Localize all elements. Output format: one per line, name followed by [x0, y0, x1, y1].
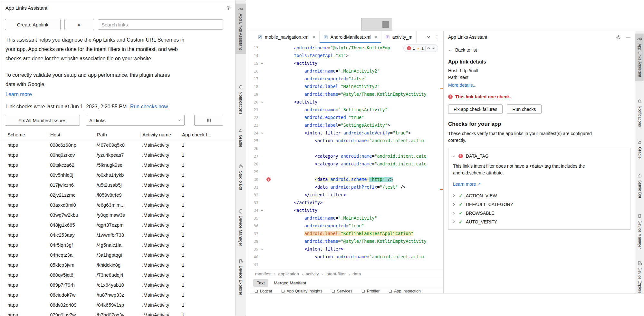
fix-all-manifest-issues-button[interactable]: Fix All Manifest Issues [5, 115, 80, 126]
back-to-list-label: Back to list [455, 47, 477, 53]
table-row[interactable]: https060qv5jct6/73ne8udqj4.MainActivity1 [0, 270, 246, 280]
minimize-icon[interactable]: — [626, 35, 630, 40]
breadcrumb-item[interactable]: manifest [255, 272, 272, 276]
back-to-list-link[interactable]: ← Back to list [448, 47, 477, 53]
run-checks-button[interactable]: Run checks [507, 104, 541, 114]
tool-strip-item-device-manager[interactable]: Device Manager [635, 211, 644, 252]
column-header-path[interactable]: Path [95, 132, 140, 138]
line-number: 26 [250, 145, 258, 153]
learn-more-link[interactable]: Learn more↗ [453, 182, 481, 187]
chevron-right-icon[interactable] [452, 194, 456, 197]
table-row[interactable]: https069p7r79rh/c1x64yab10.MainActivity1 [0, 280, 246, 290]
fold-chevron-icon[interactable] [261, 248, 264, 251]
fold-chevron-icon[interactable] [261, 132, 264, 134]
fold-chevron-icon[interactable] [261, 101, 264, 104]
tool-strip-item-app-links-assistant[interactable]: App Links Assistant [235, 4, 246, 54]
column-header-scheme[interactable]: Scheme [7, 132, 48, 138]
prev-issue-chevron-icon[interactable] [427, 46, 430, 51]
check-row-default-category[interactable]: ✓DEFAULT_CATEGORY [452, 200, 626, 209]
window-title: App Links Assistant [5, 5, 47, 11]
bottom-tab-text[interactable]: Text [253, 279, 268, 287]
table-row[interactable]: https05kfcp3jvm/khidckix8g.MainActivity1 [0, 260, 246, 270]
bottom-bar-item-logcat[interactable]: Logcat [255, 289, 272, 293]
table-row[interactable]: https04ic253aay/1wwnfbr738.MainActivity1 [0, 230, 246, 240]
table-row[interactable]: https00v5hhld0j/o0xhs14ykb.MainActivity1 [0, 170, 246, 180]
app-links-icon [637, 37, 642, 42]
editor-tab-androidmanifest-xml[interactable]: AndroidManifest.xml× [320, 31, 381, 43]
chevron-right-icon[interactable] [452, 203, 456, 206]
chevron-right-icon[interactable] [452, 220, 456, 223]
table-row[interactable]: https017jwlxzn6/u5t2usab5j.MainActivity1 [0, 180, 246, 190]
code-editor[interactable]: ! 1 ▲ 1 13 android:theme="@style/Theme.K… [250, 43, 443, 270]
gear-icon[interactable] [226, 5, 231, 10]
tool-strip-item-device-explorer[interactable]: Device Explorer [635, 258, 644, 293]
table-row[interactable]: https00hq9zrkqv/yzu4kpeas7.MainActivity1 [0, 150, 246, 160]
check-row-data-tag[interactable]: !DATA_TAG [452, 152, 626, 160]
search-links-input[interactable] [98, 19, 223, 30]
chevron-right-icon[interactable] [452, 212, 456, 215]
breadcrumb-item[interactable]: activity [306, 272, 319, 276]
check-row-browsable[interactable]: ✓BROWSABLE [452, 209, 626, 217]
column-header-app-check-f[interactable]: App check f... [180, 132, 225, 138]
create-applink-button[interactable]: Create Applink [5, 19, 61, 30]
tool-strip-label: Gradle [238, 135, 243, 147]
run-checks-now-link[interactable]: Run checks now [130, 104, 168, 109]
table-row[interactable]: https00tskcza62/5lknugk9se.MainActivity1 [0, 160, 246, 170]
table-row[interactable]: https06ciudok7w/tu87hwp33z.MainActivity1 [0, 290, 246, 300]
bottom-bar-item-services[interactable]: Services [332, 289, 352, 293]
links-filter-dropdown[interactable]: All links [86, 115, 185, 126]
tool-strip-item-device-explorer[interactable]: Device Explorer [235, 256, 246, 299]
tool-strip-item-studio-bot[interactable]: Studio Bot [235, 161, 246, 194]
table-row[interactable]: https04rtcqtz3a/3a1hgptqgi.MainActivity1 [0, 250, 246, 260]
check-passed-icon: ✓ [458, 202, 463, 207]
more-options-icon[interactable]: ⋮ [435, 34, 439, 40]
close-icon[interactable]: × [313, 35, 315, 40]
run-link-checks-button[interactable]: ▶ [64, 19, 94, 30]
tool-strip-item-gradle[interactable]: Gradle [235, 125, 246, 151]
editor-tab-activity-m[interactable]: activity_m [381, 31, 417, 43]
table-row[interactable]: https079g9luv7w/h7bd07ox3y.MainActivity1 [0, 310, 246, 316]
table-row[interactable]: https04r5lqn3gf/4g5nalc1la.MainActivity1 [0, 240, 246, 250]
next-issue-chevron-icon[interactable] [432, 46, 435, 51]
check-row-action-view[interactable]: ✓ACTION_VIEW [452, 191, 626, 200]
table-row[interactable]: https03axxd3mi0/e6g63mim....MainActivity… [0, 200, 246, 210]
editor-tab-mobile-navigation-xml[interactable]: mobile_navigation.xml× [254, 31, 320, 43]
configure-columns-button[interactable] [194, 115, 223, 126]
gear-icon[interactable] [616, 35, 621, 40]
chevron-down-icon [178, 119, 181, 122]
chevron-down-icon[interactable] [452, 154, 456, 158]
bottom-bar-item-app-quality-insights[interactable]: App Quality Insights [281, 289, 322, 293]
tool-strip-item-notifications[interactable]: Notifications [235, 82, 246, 118]
hidden-tabs-chevron-icon[interactable] [427, 34, 430, 40]
host-value: Host: http://null [448, 67, 630, 74]
tool-strip-item-app-links-assistant[interactable]: App Links Assistant [635, 34, 644, 81]
column-header-activity-name[interactable]: Activity name [140, 132, 180, 138]
fold-chevron-icon[interactable] [261, 62, 264, 65]
tool-strip-label: App Links Assistant [238, 14, 243, 50]
fold-chevron-icon[interactable] [261, 209, 264, 212]
breadcrumb-item[interactable]: intent-filter [325, 272, 346, 276]
table-row[interactable]: https048jg1x665/qgrt37ezpm.MainActivity1 [0, 220, 246, 230]
check-row-auto-verify[interactable]: ✓AUTO_VERIFY [452, 217, 626, 226]
fix-app-check-failures-button[interactable]: Fix app check failures [448, 104, 503, 114]
table-row[interactable]: https02jv21zzmc/l059v8t4e9.MainActivity1 [0, 190, 246, 200]
bottom-bar-item-profiler[interactable]: Profiler [361, 289, 380, 293]
breadcrumb-item[interactable]: application [278, 272, 299, 276]
code-text: android:label="KotlinBlankTestApplicatio… [273, 230, 443, 238]
table-row[interactable]: https008c6z68np/407e09q5x0.MainActivity1 [0, 140, 246, 150]
code-text: <activity [273, 60, 443, 67]
breadcrumb-item[interactable]: data [352, 272, 361, 276]
tool-strip-item-gradle[interactable]: Gradle [635, 137, 644, 163]
bottom-bar-item-app-inspection[interactable]: App Inspection [389, 289, 421, 293]
bottom-tab-merged-manifest[interactable]: Merged Manifest [270, 279, 310, 287]
tool-strip-item-device-manager[interactable]: Device Manager [235, 206, 246, 250]
tool-strip-item-notifications[interactable]: Notifications [635, 96, 644, 131]
more-details-link[interactable]: More details... [448, 83, 476, 88]
window-titlebar: App Links Assistant — [0, 0, 246, 15]
tool-strip-item-studio-bot[interactable]: Studio Bot [635, 170, 644, 202]
column-header-host[interactable]: Host [48, 132, 95, 138]
learn-more-link[interactable]: Learn more [5, 92, 32, 97]
table-row[interactable]: https03wq7w2kbu/y0qqimaw3s.MainActivity1 [0, 210, 246, 220]
close-icon[interactable]: × [375, 35, 377, 40]
table-row[interactable]: https06dv02o409/84k659v1sp.MainActivity1 [0, 300, 246, 310]
